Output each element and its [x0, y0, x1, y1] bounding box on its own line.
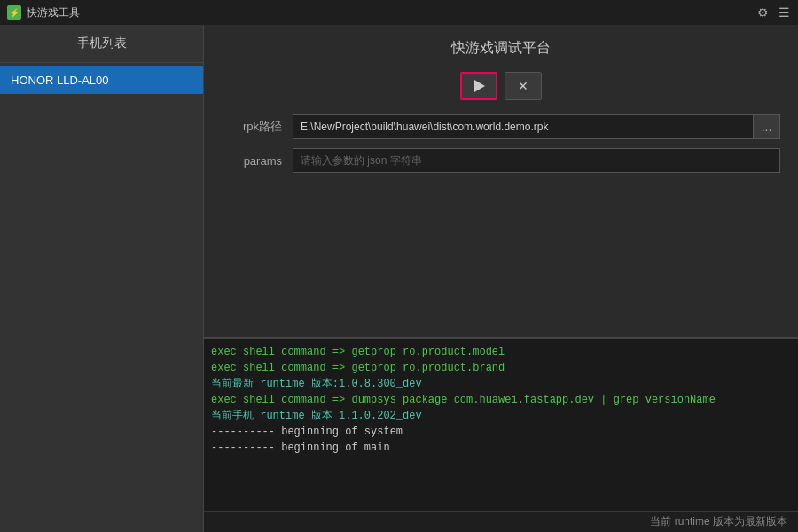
console-line: exec shell command => dumpsys package co…	[211, 392, 791, 408]
params-row: params	[222, 148, 780, 173]
console-line: ---------- beginning of main	[211, 440, 791, 456]
rpk-input[interactable]	[293, 114, 754, 139]
status-text: 当前 runtime 版本为最新版本	[650, 514, 787, 529]
title-bar: ⚡ 快游戏工具 ⚙ ☰	[0, 0, 798, 25]
browse-button[interactable]: ...	[754, 114, 780, 139]
play-button[interactable]	[460, 72, 497, 100]
console-line: 当前手机 runtime 版本 1.1.0.202_dev	[211, 408, 791, 424]
console-area[interactable]: exec shell command => getprop ro.product…	[204, 338, 798, 511]
menu-icon[interactable]: ☰	[777, 5, 791, 20]
console-line: exec shell command => getprop ro.product…	[211, 360, 791, 376]
console-line: 当前最新 runtime 版本:1.0.8.300_dev	[211, 376, 791, 392]
device-list: HONOR LLD-AL00	[0, 63, 203, 98]
sidebar-title: 手机列表	[0, 25, 203, 63]
sidebar: 手机列表 HONOR LLD-AL00	[0, 25, 204, 532]
params-input[interactable]	[293, 148, 780, 173]
console-line: exec shell command => getprop ro.product…	[211, 344, 791, 360]
debug-area: 快游戏调试平台 ✕ rpk路径 ... params	[204, 25, 798, 338]
title-bar-right: ⚙ ☰	[755, 5, 791, 20]
status-bar: 当前 runtime 版本为最新版本	[204, 511, 798, 532]
device-item[interactable]: HONOR LLD-AL00	[0, 66, 203, 94]
main-content: 手机列表 HONOR LLD-AL00 快游戏调试平台 ✕ rpk路径 ...	[0, 25, 798, 532]
title-text: 快游戏工具	[27, 5, 80, 20]
app-icon: ⚡	[7, 5, 21, 20]
stop-button[interactable]: ✕	[505, 72, 542, 100]
rpk-row: rpk路径 ...	[222, 114, 780, 139]
title-bar-left: ⚡ 快游戏工具	[7, 5, 80, 20]
right-panel: 快游戏调试平台 ✕ rpk路径 ... params e	[204, 25, 798, 532]
debug-title: 快游戏调试平台	[222, 39, 780, 58]
toolbar: ✕	[222, 72, 780, 100]
console-line: ---------- beginning of system	[211, 424, 791, 440]
settings-icon[interactable]: ⚙	[755, 5, 770, 20]
play-icon	[474, 80, 485, 92]
rpk-label: rpk路径	[222, 119, 293, 135]
params-label: params	[222, 154, 293, 168]
